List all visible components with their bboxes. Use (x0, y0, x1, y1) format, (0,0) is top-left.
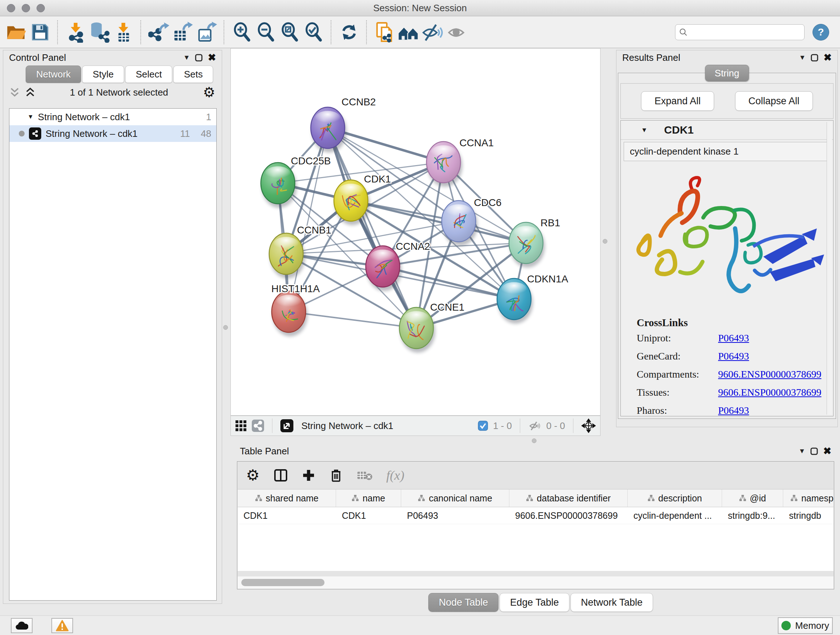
table-cell[interactable]: cyclin-dependent ... (628, 507, 722, 524)
collapse-all-networks-icon[interactable] (25, 87, 35, 98)
export-network-button[interactable] (147, 19, 171, 45)
node-CCNB1[interactable] (269, 233, 305, 279)
zoom-window-button[interactable] (36, 4, 45, 12)
node-CCNA1[interactable] (426, 141, 462, 187)
warnings-status-button[interactable] (51, 618, 73, 633)
crosslink-link[interactable]: P06493 (718, 333, 749, 344)
float-panel-icon[interactable] (810, 448, 818, 455)
network-row[interactable]: String Network – cdk1 11 48 (9, 125, 216, 142)
right-splitter-handle[interactable] (603, 239, 607, 244)
table-cell[interactable]: 9606.ENSP00000378699 (509, 507, 628, 524)
node-RB1[interactable] (509, 222, 545, 268)
table-cell[interactable]: CDK1 (336, 507, 401, 524)
crosslink-link[interactable]: P06493 (718, 350, 749, 362)
export-image-button[interactable] (195, 19, 218, 45)
add-column-icon[interactable] (302, 469, 316, 482)
node-CDKN1A[interactable] (497, 279, 533, 324)
column-header-name[interactable]: name (336, 489, 401, 507)
close-panel-icon[interactable]: ✖ (823, 445, 831, 457)
tab-select[interactable]: Select (125, 65, 172, 83)
panel-menu-icon[interactable]: ▼ (799, 447, 806, 455)
table-row[interactable]: CDK1CDK1P064939606.ENSP00000378699cyclin… (238, 507, 834, 524)
table-cell[interactable]: stringdb:9... (722, 507, 783, 524)
tab-style[interactable]: Style (82, 65, 124, 83)
column-header-shared-name[interactable]: shared name (238, 489, 336, 507)
crosslink-link[interactable]: 9606.ENSP00000378699 (718, 386, 821, 398)
expand-all-networks-icon[interactable] (10, 87, 19, 98)
hide-selected-button[interactable] (420, 19, 444, 45)
node-CCNA2[interactable] (366, 246, 401, 291)
tab-string[interactable]: String (705, 65, 749, 81)
help-button[interactable]: ? (813, 24, 829, 41)
node-HIST1H1A[interactable] (272, 291, 308, 336)
node-CDK1[interactable] (334, 180, 370, 225)
left-splitter-handle[interactable] (223, 325, 228, 330)
grid-view-icon[interactable] (235, 420, 247, 432)
string-view-icon[interactable] (252, 420, 264, 432)
save-session-button[interactable] (28, 19, 52, 45)
table-options-gear-icon[interactable]: ⚙ (246, 468, 260, 483)
birds-eye-view-icon[interactable] (581, 418, 596, 433)
tab-node-table[interactable]: Node Table (428, 593, 499, 612)
network-collection-row[interactable]: ▼ String Network – cdk1 1 (9, 109, 216, 125)
table-cell[interactable]: P06493 (401, 507, 509, 524)
network-view-canvas[interactable]: CCNB2CCNA1CDC25BCDK1CDC6RB1CCNB1CCNA2CDK… (231, 48, 600, 416)
node-CDC6[interactable] (442, 201, 477, 246)
hidden-eye-slash-icon[interactable] (528, 420, 541, 431)
import-network-database-button[interactable] (88, 19, 111, 45)
clone-network-button[interactable] (373, 19, 396, 45)
memory-button[interactable]: Memory (778, 617, 833, 634)
collapse-all-button[interactable]: Collapse All (735, 91, 813, 111)
scrollbar-thumb[interactable] (241, 579, 325, 586)
panel-menu-icon[interactable]: ▼ (183, 54, 190, 62)
column-header-canonical-name[interactable]: canonical name (401, 489, 509, 507)
panel-menu-icon[interactable]: ▼ (799, 54, 806, 62)
open-session-button[interactable] (4, 19, 28, 45)
gene-card-header[interactable]: ▼ CDK1 (621, 120, 833, 140)
edge-HIST1H1A-CCNE1[interactable] (289, 312, 416, 328)
crosslink-link[interactable]: P06493 (718, 405, 749, 416)
show-all-button[interactable] (444, 19, 468, 45)
close-panel-icon[interactable]: ✖ (823, 52, 832, 63)
zoom-out-button[interactable] (254, 19, 278, 45)
search-input[interactable] (691, 27, 801, 37)
network-options-gear-icon[interactable]: ⚙ (203, 86, 215, 99)
table-horizontal-scrollbar[interactable] (238, 576, 834, 589)
zoom-selected-button[interactable] (302, 19, 325, 45)
cloud-status-button[interactable] (11, 618, 33, 633)
bottom-splitter-handle[interactable] (532, 439, 537, 443)
first-neighbors-button[interactable] (396, 19, 420, 45)
tab-sets[interactable]: Sets (173, 65, 213, 83)
table-cell[interactable]: CDK1 (238, 507, 336, 524)
close-panel-icon[interactable]: ✖ (208, 52, 216, 63)
gene-expander-icon[interactable]: ▼ (641, 126, 647, 134)
zoom-fit-button[interactable] (278, 19, 302, 45)
minimize-window-button[interactable] (22, 4, 30, 12)
tab-edge-table[interactable]: Edge Table (500, 593, 569, 612)
edge-CCNB2-CCNE1[interactable] (328, 128, 416, 328)
column-header-namespace[interactable]: namespace (783, 489, 834, 507)
node-CCNB2[interactable] (311, 107, 347, 152)
column-header-database-identifier[interactable]: database identifier (509, 489, 628, 507)
selected-checkbox-icon[interactable] (478, 421, 488, 431)
apply-layout-button[interactable] (337, 19, 361, 45)
close-window-button[interactable] (7, 4, 15, 12)
export-table-button[interactable] (171, 19, 195, 45)
detach-view-icon[interactable] (280, 419, 294, 432)
delete-column-icon[interactable] (329, 468, 343, 483)
results-scrollbar[interactable] (827, 122, 832, 415)
column-header-@id[interactable]: @id (722, 489, 783, 507)
tab-network-table[interactable]: Network Table (570, 593, 653, 612)
float-panel-icon[interactable] (195, 54, 202, 62)
expand-all-button[interactable]: Expand All (641, 91, 714, 111)
collection-expander-icon[interactable]: ▼ (27, 113, 34, 120)
zoom-in-button[interactable] (230, 19, 254, 45)
float-panel-icon[interactable] (811, 54, 818, 62)
crosslink-link[interactable]: 9606.ENSP00000378699 (718, 369, 821, 380)
tab-network[interactable]: Network (26, 65, 81, 83)
node-CCNE1[interactable] (399, 307, 435, 353)
table-cell[interactable]: stringdb (783, 507, 834, 524)
import-network-file-button[interactable] (64, 19, 88, 45)
column-header-description[interactable]: description (628, 489, 722, 507)
show-columns-icon[interactable] (273, 468, 288, 483)
